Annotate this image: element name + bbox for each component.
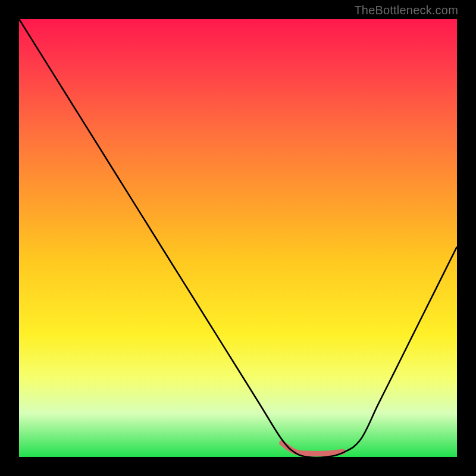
main-curve bbox=[19, 19, 457, 457]
chart-frame: TheBottleneck.com bbox=[0, 0, 476, 476]
curve-svg bbox=[19, 19, 457, 457]
watermark-text: TheBottleneck.com bbox=[354, 4, 458, 17]
plot-area bbox=[19, 19, 457, 457]
bottom-highlight bbox=[282, 443, 343, 453]
